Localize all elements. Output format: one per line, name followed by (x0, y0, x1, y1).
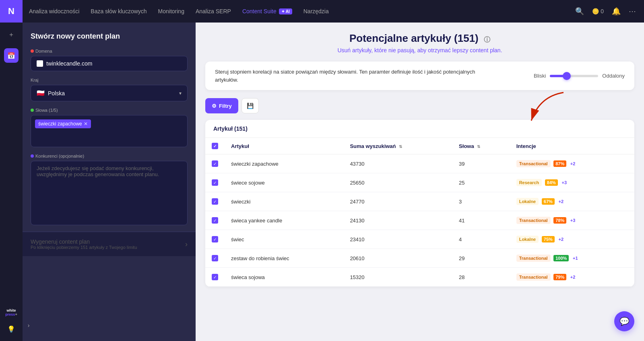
content-header: Potencjalne artykuły (151) ⓘ Usuń artyku… (205, 32, 634, 53)
row-searches: 23410 (343, 230, 452, 249)
logo[interactable]: N (0, 0, 23, 23)
row-checkbox-cell (205, 154, 225, 173)
slider-track[interactable] (550, 75, 598, 77)
side-add[interactable]: ＋ (4, 27, 19, 42)
generate-btn-area: Wygeneruj content plan Po kliknięciu pob… (23, 232, 196, 256)
th-searches: Suma wyszukiwań ⇅ (343, 138, 452, 154)
row-checkbox[interactable] (212, 274, 218, 280)
right-content: Potencjalne artykuły (151) ⓘ Usuń artyku… (196, 23, 644, 341)
select-all-checkbox[interactable] (212, 143, 218, 149)
intent-badge: Lokalne (516, 198, 539, 205)
row-words: 29 (452, 249, 510, 268)
table-row: świeczki zapachowe 43730 39 Transactiona… (205, 154, 634, 173)
row-checkbox-cell (205, 192, 225, 211)
row-searches: 25650 (343, 173, 452, 192)
main-layout: ＋ 📅 whitepress+ 💡 Stwórz nowy content pl… (0, 23, 644, 341)
row-intent: Lokalne 75% +2 (510, 230, 634, 249)
competitors-input[interactable]: Jeżeli zdecydujesz się podać domeny konk… (31, 161, 188, 225)
row-searches: 20610 (343, 249, 452, 268)
nav-baza[interactable]: Baza słów kluczowych (91, 8, 147, 14)
nav-narzedzia[interactable]: Narzędzia (303, 8, 329, 14)
generate-arrow-icon[interactable]: › (185, 240, 188, 249)
filter-icon: ⚙ (212, 103, 217, 109)
row-article: świeca yankee candle (225, 211, 343, 230)
competitors-group: Konkurenci (opcjonalnie) Jeżeli zdecyduj… (31, 154, 188, 225)
row-words: 39 (452, 154, 510, 173)
info-icon[interactable]: ⓘ (484, 36, 490, 43)
generate-btn-text-block: Wygeneruj content plan Po kliknięciu pob… (31, 238, 137, 250)
intent-badge: Transactional (516, 255, 551, 262)
pct-badge: 75% (542, 236, 555, 242)
competitors-label: Konkurenci (opcjonalnie) (31, 154, 188, 158)
side-bulb[interactable]: 💡 (4, 322, 19, 336)
words-label: Słowa (1/5) (31, 108, 188, 113)
search-icon[interactable]: 🔍 (575, 7, 584, 16)
row-checkbox[interactable] (212, 179, 218, 186)
logo-text: N (8, 6, 14, 16)
intent-badge: Transactional (516, 160, 551, 167)
slider-thumb[interactable] (563, 72, 571, 80)
pct-badge: 84% (545, 179, 558, 186)
sort-searches-icon[interactable]: ⇅ (399, 144, 402, 149)
tags-input[interactable]: świeczki zapachowe ✕ (31, 115, 188, 147)
table-row: świeca sojowa 15320 28 Transactional 79%… (205, 268, 634, 287)
table-container: Artykuł (151) Artykuł Suma wyszukiwań ⇅ (205, 120, 634, 287)
bell-icon[interactable]: 🔔 (612, 7, 621, 16)
row-checkbox-cell (205, 173, 225, 192)
intent-badge: Lokalne (516, 236, 539, 243)
words-dot (31, 109, 34, 112)
generate-btn-sub: Po kliknięciu pobierzemy 151 artykuły z … (31, 245, 137, 250)
filter-button[interactable]: ⚙ Filtry (205, 98, 238, 113)
nav-serp[interactable]: Analiza SERP (196, 8, 231, 14)
ai-badge: ✦AI (279, 8, 292, 14)
competitors-dot (31, 154, 34, 158)
row-checkbox[interactable] (212, 217, 218, 224)
plus-badge: +3 (561, 180, 567, 185)
nav-analiza[interactable]: Analiza widoczności (29, 8, 79, 14)
nav-right: 🔍 🪙 0 🔔 ⋯ (575, 7, 636, 16)
th-checkbox (205, 138, 225, 154)
panel-title: Stwórz nowy content plan (31, 32, 188, 41)
tag-remove[interactable]: ✕ (84, 121, 88, 127)
expand-button[interactable]: › (23, 319, 35, 331)
sort-words-icon[interactable]: ⇅ (477, 144, 480, 149)
table-header-row: Artykuł (151) (205, 120, 634, 138)
row-words: 28 (452, 268, 510, 287)
nav-monitoring[interactable]: Monitoring (158, 8, 184, 14)
table-body: świeczki zapachowe 43730 39 Transactiona… (205, 154, 634, 287)
nav-content[interactable]: Content Suite ✦AI (242, 8, 292, 14)
row-intent: Lokalne 67% +2 (510, 192, 634, 211)
country-select[interactable]: 🇵🇱 Polska ▾ (31, 85, 188, 101)
pct-badge: 67% (542, 198, 555, 205)
th-article: Artykuł (225, 138, 343, 154)
row-intent: Transactional 87% +2 (510, 154, 634, 173)
table-row: zestaw do robienia świec 20610 29 Transa… (205, 249, 634, 268)
domain-input[interactable]: twinklecandle.com (31, 56, 188, 71)
row-checkbox[interactable] (212, 198, 218, 205)
row-words: 41 (452, 211, 510, 230)
grid-icon[interactable]: ⋯ (629, 7, 636, 16)
top-nav: N Analiza widoczności Baza słów kluczowy… (0, 0, 644, 23)
domain-dot (31, 49, 34, 53)
row-searches: 15320 (343, 268, 452, 287)
plus-badge: +1 (573, 256, 578, 261)
slider-right-label: Oddalony (602, 73, 625, 79)
row-words: 25 (452, 173, 510, 192)
save-button[interactable]: 💾 (242, 98, 259, 113)
row-checkbox[interactable] (212, 255, 218, 261)
side-calendar[interactable]: 📅 (4, 48, 19, 63)
chevron-down-icon: ▾ (179, 90, 182, 96)
row-article: zestaw do robienia świec (225, 249, 343, 268)
words-group: Słowa (1/5) świeczki zapachowe ✕ (31, 108, 188, 147)
row-article: świeca sojowa (225, 268, 343, 287)
row-checkbox[interactable] (212, 160, 218, 167)
row-article: świeczki zapachowe (225, 154, 343, 173)
domain-label: Domena (31, 49, 188, 53)
chat-bubble[interactable]: 💬 (614, 311, 634, 331)
row-checkbox[interactable] (212, 236, 218, 242)
coins-badge: 🪙 0 (592, 8, 604, 14)
toolbar: ⚙ Filtry 💾 (205, 98, 634, 113)
correlation-text: Steruj stopniem korelacji na siatce powi… (215, 68, 481, 84)
white-press-logo: whitepress+ (5, 309, 17, 317)
pct-badge: 79% (553, 274, 566, 280)
